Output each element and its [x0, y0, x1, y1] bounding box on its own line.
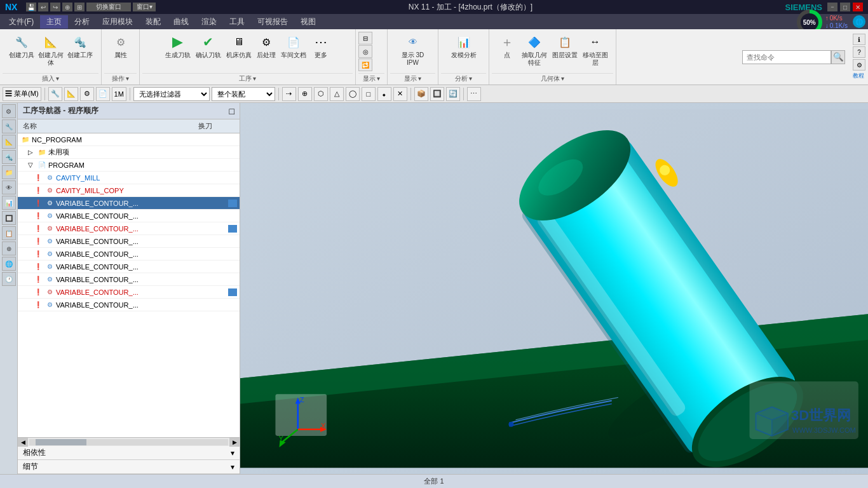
properties-btn[interactable]: ⚙ 属性	[110, 31, 132, 60]
left-icon-settings[interactable]: ⚙	[2, 104, 16, 118]
display-sm-btn1[interactable]: ⊟	[358, 32, 372, 44]
view-btn3[interactable]: 🔄	[446, 87, 460, 101]
view-btn1[interactable]: 📦	[414, 87, 428, 101]
left-icon-3[interactable]: 🔩	[2, 150, 16, 164]
postprocess-btn[interactable]: ⚙ 后处理	[255, 31, 277, 60]
draft-analysis-btn[interactable]: 📊 发模分析	[450, 31, 478, 60]
minimize-btn[interactable]: －	[827, 3, 837, 11]
quick-access-toolbar[interactable]: 💾 ↩ ↪ ⊕ ⊞ 切换窗口 窗口▾	[26, 3, 156, 11]
expand-unused[interactable]: ▷	[25, 147, 36, 158]
tree-item-var6[interactable]: ❗ ⚙ VARIABLE_CONTOUR_...	[18, 261, 240, 273]
menu-visreport[interactable]: 可视报告	[251, 15, 294, 29]
tb2-icon5[interactable]: 1M	[112, 87, 126, 101]
verify-toolpath-btn[interactable]: ✔ 确认刀轨	[194, 31, 222, 60]
help-btn[interactable]: ?	[853, 46, 865, 58]
undo-btn[interactable]: ↩	[38, 3, 48, 11]
create-tool-btn[interactable]: 🔧 创建刀具	[8, 31, 36, 60]
snap-btn6[interactable]: □	[362, 87, 376, 101]
gen-toolpath-btn[interactable]: ▶ 生成刀轨	[164, 31, 192, 60]
info-btn[interactable]: ℹ	[853, 34, 865, 45]
menu-appmodule[interactable]: 应用模块	[96, 15, 139, 29]
tb2-icon2[interactable]: 📐	[64, 87, 78, 101]
window-switch-btn[interactable]: 切换窗口	[86, 3, 131, 11]
tree-item-var4[interactable]: ❗ ⚙ VARIABLE_CONTOUR_...	[18, 235, 240, 248]
display-3d-ipw-btn[interactable]: 👁 显示 3D IPW	[399, 31, 427, 68]
network-icon[interactable]: 🌐	[853, 15, 865, 28]
snap-btn2[interactable]: ⊕	[298, 87, 312, 101]
snap-btn8[interactable]: ✕	[393, 87, 407, 101]
snap-btn3[interactable]: ⬡	[314, 87, 328, 101]
layer-settings-btn[interactable]: 📋 图层设置	[551, 31, 579, 60]
search-input[interactable]	[742, 50, 831, 64]
left-icon-1[interactable]: 🔧	[2, 119, 16, 133]
tree-item-var3[interactable]: ❗ ⚙ VARIABLE_CONTOUR_...	[18, 222, 240, 235]
tree-item-nc[interactable]: 📁 NC_PROGRAM	[18, 133, 240, 146]
create-geom-btn[interactable]: 📐 创建几何体	[37, 31, 65, 68]
tree-item-var1[interactable]: ❗ ⚙ VARIABLE_CONTOUR_...	[18, 197, 240, 210]
tree-item-cavity1[interactable]: ❗ ⚙ CAVITY_MILL	[18, 172, 240, 184]
menu-analysis[interactable]: 分析	[68, 15, 96, 29]
snap-btn1[interactable]: ⇢	[282, 87, 296, 101]
search-btn[interactable]: 🔍	[831, 50, 845, 64]
save-btn[interactable]: 💾	[26, 3, 36, 11]
tb2-icon4[interactable]: 📄	[96, 87, 110, 101]
close-btn[interactable]: ✕	[853, 3, 863, 11]
menu-curve[interactable]: 曲线	[167, 15, 195, 29]
assembly-select[interactable]: 整个装配	[212, 87, 275, 101]
snap-btn7[interactable]: ⬥	[377, 87, 391, 101]
window-btn[interactable]: 窗口▾	[133, 3, 156, 11]
snap-btn5[interactable]: ◯	[346, 87, 360, 101]
settings-btn[interactable]: ⚙	[853, 59, 865, 71]
nx-guide-link[interactable]: 教程	[853, 72, 865, 80]
tree-item-program[interactable]: ▽ 📄 PROGRAM	[18, 159, 240, 172]
details-item[interactable]: 细节 ▾	[18, 460, 240, 474]
tb2-icon1[interactable]: 🔧	[48, 87, 62, 101]
more-tools-btn[interactable]: ⋯	[467, 87, 481, 101]
left-icon-9[interactable]: ⊕	[2, 241, 16, 255]
more-btn[interactable]: ⋯ 更多	[310, 31, 332, 60]
left-icon-4[interactable]: 📁	[2, 165, 16, 179]
menu-render[interactable]: 渲染	[195, 15, 223, 29]
scroll-right-btn[interactable]: ▶	[229, 438, 240, 447]
expand-program[interactable]: ▽	[25, 160, 36, 170]
viewport[interactable]: Z X Y 3D世界网	[240, 103, 868, 474]
snap-btn4[interactable]: △	[330, 87, 344, 101]
left-icon-11[interactable]: 🕐	[2, 272, 16, 286]
redo-btn[interactable]: ↪	[50, 3, 60, 11]
left-icon-2[interactable]: 📐	[2, 135, 16, 149]
nav-expand-btn[interactable]: □	[229, 106, 234, 116]
tree-item-unused[interactable]: ▷ 📁 未用项	[18, 146, 240, 159]
tree-item-var7[interactable]: ❗ ⚙ VARIABLE_CONTOUR_...	[18, 273, 240, 286]
tree-item-var2[interactable]: ❗ ⚙ VARIABLE_CONTOUR_...	[18, 210, 240, 222]
left-icon-7[interactable]: 🔲	[2, 211, 16, 225]
menu-tools[interactable]: 工具	[223, 15, 251, 29]
menu-m-btn[interactable]: ☰ 菜单(M)	[3, 87, 41, 101]
machine-sim-btn[interactable]: 🖥 机床仿真	[225, 31, 253, 60]
extract-geom-btn[interactable]: 🔷 抽取几何特征	[520, 31, 548, 68]
tree-item-cavity2[interactable]: ❗ ⚙ CAVITY_MILL_COPY	[18, 184, 240, 197]
tree-item-var9[interactable]: ❗ ⚙ VARIABLE_CONTOUR_...	[18, 299, 240, 311]
dependencies-item[interactable]: 相依性 ▾	[18, 446, 240, 460]
left-icon-8[interactable]: 📋	[2, 226, 16, 240]
view-btn2[interactable]: 🔲	[430, 87, 444, 101]
left-icon-6[interactable]: 📊	[2, 196, 16, 210]
nav-hscrollbar[interactable]: ◀ ▶	[18, 437, 240, 446]
scroll-thumb[interactable]	[36, 439, 86, 445]
scroll-left-btn[interactable]: ◀	[18, 438, 28, 447]
left-icon-10[interactable]: 🌐	[2, 257, 16, 271]
grid-btn[interactable]: ⊞	[74, 3, 85, 11]
menu-assembly[interactable]: 装配	[139, 15, 167, 29]
new-btn[interactable]: ⊕	[62, 3, 72, 11]
point-btn[interactable]: ＋ 点	[496, 31, 518, 60]
create-op-btn[interactable]: 🔩 创建工序	[66, 31, 94, 60]
move-to-layer-btn[interactable]: ↔ 移动至图层	[581, 31, 609, 68]
menu-view[interactable]: 视图	[294, 15, 322, 29]
tree-item-var8[interactable]: ❗ ⚙ VARIABLE_CONTOUR_...	[18, 286, 240, 299]
menu-home[interactable]: 主页	[40, 15, 68, 29]
tree-item-var5[interactable]: ❗ ⚙ VARIABLE_CONTOUR_...	[18, 248, 240, 261]
restore-btn[interactable]: □	[840, 3, 850, 11]
left-icon-5[interactable]: 👁	[2, 180, 16, 194]
menu-file[interactable]: 文件(F)	[3, 15, 40, 29]
shop-doc-btn[interactable]: 📄 车间文档	[280, 31, 308, 60]
filter-select[interactable]: 无选择过滤器	[133, 87, 210, 101]
